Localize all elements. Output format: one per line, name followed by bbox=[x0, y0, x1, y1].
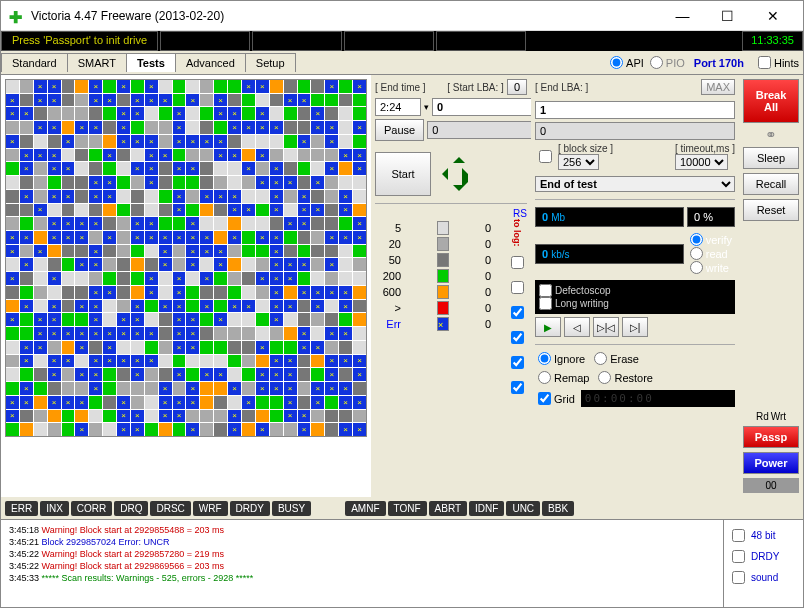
flag-err: ERR bbox=[5, 501, 38, 516]
recall-button[interactable]: Recall bbox=[743, 173, 799, 195]
surface-cell bbox=[228, 368, 241, 381]
power-button[interactable]: Power bbox=[743, 452, 799, 474]
surface-cell bbox=[117, 204, 130, 217]
surface-cell: × bbox=[228, 149, 241, 162]
longwriting-check[interactable]: Long writing bbox=[539, 297, 731, 310]
surface-cell bbox=[242, 107, 255, 120]
prev-button[interactable]: ◁ bbox=[564, 317, 590, 337]
surface-cell bbox=[6, 204, 19, 217]
api-radio[interactable]: API bbox=[610, 56, 644, 69]
start-button[interactable]: Start bbox=[375, 152, 431, 196]
log-check-4[interactable] bbox=[511, 331, 524, 344]
far-buttons: Break All ⚭ Sleep Recall Reset Rd Wrt Pa… bbox=[739, 75, 803, 497]
play-button[interactable]: ▶ bbox=[535, 317, 561, 337]
tab-smart[interactable]: SMART bbox=[67, 53, 127, 72]
surface-cell bbox=[145, 410, 158, 423]
logside-DRDY[interactable]: DRDY bbox=[728, 547, 799, 566]
reset-button[interactable]: Reset bbox=[743, 199, 799, 221]
surface-cell bbox=[131, 396, 144, 409]
surface-cell bbox=[284, 121, 297, 134]
write-radio[interactable]: write bbox=[690, 261, 732, 274]
skip-next-button[interactable]: ▷| bbox=[622, 317, 648, 337]
legend-threshold: 600 bbox=[375, 286, 401, 298]
log-check-3[interactable] bbox=[511, 306, 524, 319]
grid-check[interactable]: Grid bbox=[538, 392, 575, 405]
surface-cell bbox=[34, 231, 47, 244]
log-check-2[interactable] bbox=[511, 281, 524, 294]
surface-cell: × bbox=[89, 300, 102, 313]
arrow-right-icon[interactable] bbox=[462, 168, 482, 188]
start-lba-zero-button[interactable]: 0 bbox=[507, 79, 527, 95]
ignore-radio[interactable]: Ignore bbox=[538, 352, 585, 365]
surface-cell: × bbox=[270, 272, 283, 285]
remap-radio[interactable]: Remap bbox=[538, 371, 589, 384]
surface-cell bbox=[200, 286, 213, 299]
log-check-5[interactable] bbox=[511, 356, 524, 369]
surface-cell: × bbox=[256, 107, 269, 120]
surface-cell bbox=[34, 176, 47, 189]
flag-wrf: WRF bbox=[193, 501, 228, 516]
surface-cell: × bbox=[145, 231, 158, 244]
surface-cell: × bbox=[117, 355, 130, 368]
surface-cell: × bbox=[256, 121, 269, 134]
hints-checkbox[interactable]: Hints bbox=[754, 53, 799, 72]
action-select[interactable]: End of test bbox=[535, 176, 735, 192]
sleep-button[interactable]: Sleep bbox=[743, 147, 799, 169]
surface-cell: × bbox=[173, 368, 186, 381]
surface-cell: × bbox=[284, 272, 297, 285]
defectoscop-check[interactable]: Defectoscop bbox=[539, 284, 731, 297]
surface-cell bbox=[34, 107, 47, 120]
surface-cell bbox=[270, 423, 283, 436]
surface-cell bbox=[200, 121, 213, 134]
pause-button[interactable]: Pause bbox=[375, 119, 424, 141]
restore-radio[interactable]: Restore bbox=[598, 371, 653, 384]
close-button[interactable]: ✕ bbox=[750, 2, 795, 30]
surface-cell: × bbox=[75, 327, 88, 340]
val-b-field[interactable] bbox=[535, 122, 735, 140]
tab-advanced[interactable]: Advanced bbox=[175, 53, 246, 72]
surface-cell: × bbox=[186, 231, 199, 244]
break-all-button[interactable]: Break All bbox=[743, 79, 799, 123]
end-time-field[interactable] bbox=[375, 98, 421, 116]
end-lba-max-button[interactable]: MAX bbox=[701, 79, 735, 95]
surface-cell bbox=[48, 107, 61, 120]
erase-radio[interactable]: Erase bbox=[594, 352, 639, 365]
surface-cell bbox=[131, 176, 144, 189]
verify-radio[interactable]: verify bbox=[690, 233, 732, 246]
skip-prev-button[interactable]: ▷|◁ bbox=[593, 317, 619, 337]
surface-cell: × bbox=[48, 313, 61, 326]
maximize-button[interactable]: ☐ bbox=[705, 2, 750, 30]
log-check-6[interactable] bbox=[511, 381, 524, 394]
logside-sound[interactable]: sound bbox=[728, 568, 799, 587]
surface-cell bbox=[214, 341, 227, 354]
surface-cell bbox=[20, 368, 33, 381]
read-radio[interactable]: read bbox=[690, 247, 732, 260]
surface-cell: × bbox=[159, 231, 172, 244]
surface-cell bbox=[284, 423, 297, 436]
tab-setup[interactable]: Setup bbox=[245, 53, 296, 72]
surface-cell bbox=[256, 313, 269, 326]
blocksize-check[interactable] bbox=[539, 150, 552, 163]
passp-button[interactable]: Passp bbox=[743, 426, 799, 448]
end-lba-field[interactable] bbox=[535, 101, 735, 119]
minimize-button[interactable]: — bbox=[660, 2, 705, 30]
logside-48bit[interactable]: 48 bit bbox=[728, 526, 799, 545]
surface-cell bbox=[311, 327, 324, 340]
pio-radio[interactable]: PIO bbox=[650, 56, 685, 69]
surface-cell bbox=[20, 80, 33, 93]
surface-cell: × bbox=[173, 313, 186, 326]
surface-cell bbox=[6, 300, 19, 313]
block-size-select[interactable]: 256 bbox=[558, 154, 599, 170]
tab-standard[interactable]: Standard bbox=[1, 53, 68, 72]
arrow-left-icon[interactable] bbox=[436, 168, 448, 180]
surface-cell: × bbox=[270, 258, 283, 271]
surface-cell bbox=[242, 94, 255, 107]
surface-cell: × bbox=[131, 355, 144, 368]
arrow-up-icon[interactable] bbox=[453, 151, 465, 163]
surface-cell bbox=[284, 190, 297, 203]
tab-tests[interactable]: Tests bbox=[126, 53, 176, 72]
surface-cell bbox=[131, 190, 144, 203]
surface-cell bbox=[339, 258, 352, 271]
timeout-select[interactable]: 10000 bbox=[675, 154, 728, 170]
log-check-1[interactable] bbox=[511, 256, 524, 269]
